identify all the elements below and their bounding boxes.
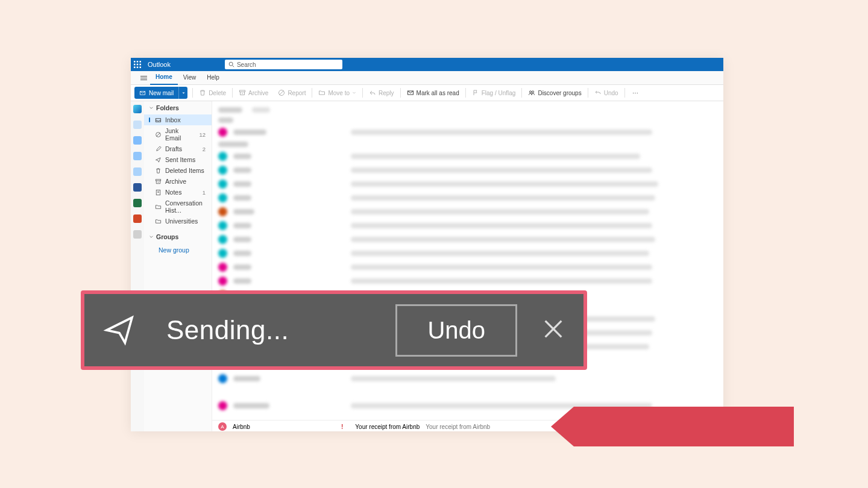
app-title: Outlook [144,61,171,68]
delete-button[interactable]: Delete [194,85,231,101]
svg-rect-0 [134,61,136,63]
close-icon[interactable] [541,317,565,343]
send-icon [102,313,136,347]
mail-rail-icon[interactable] [133,105,142,113]
menu-view[interactable]: View [178,71,202,84]
callout-arrow [574,407,794,446]
app-rail [131,101,144,431]
svg-rect-2 [140,61,142,63]
calendar-rail-icon[interactable] [133,120,142,129]
folder-icon [155,218,162,225]
mail-preview: Your receipt from Airbnb [426,424,490,430]
toolbar: New mail Delete Archive Report M [131,85,723,101]
svg-rect-8 [140,67,142,69]
sidebar-universities[interactable]: Universities [144,216,212,227]
more-button[interactable]: ⋯ [626,85,644,101]
message-list: ! A Airbnb ! Your receipt from Airbnb Yo… [212,101,723,431]
avatar: A [218,422,227,431]
trash-icon [155,167,162,174]
svg-rect-1 [137,61,139,63]
sidebar-drafts[interactable]: Drafts 2 [144,143,212,154]
toast-status: Sending... [166,315,289,345]
sidebar-archive[interactable]: Archive [144,176,212,187]
archive-icon [155,178,162,185]
svg-line-19 [157,133,160,136]
app-launcher-icon[interactable] [131,58,144,71]
svg-rect-20 [156,179,160,180]
svg-rect-11 [240,90,245,92]
people-rail-icon[interactable] [133,136,142,145]
svg-rect-5 [140,64,142,66]
sidebar-junk[interactable]: Junk Email 12 [144,125,212,143]
svg-line-13 [280,91,284,95]
sidebar-sent[interactable]: Sent Items [144,154,212,165]
menu-help[interactable]: Help [201,71,225,84]
svg-point-15 [530,91,532,93]
sender-name: Airbnb [233,424,335,430]
svg-point-9 [229,62,233,66]
title-bar: Outlook Search [131,58,723,71]
sidebar-conversation-history[interactable]: Conversation Hist... [144,198,212,216]
folders-header[interactable]: Folders [144,101,212,114]
move-to-button[interactable]: Move to [313,85,361,101]
flag-button[interactable]: Flag / Unflag [467,85,521,101]
inbox-icon [155,117,162,124]
files-rail-icon[interactable] [133,152,142,160]
word-rail-icon[interactable] [133,183,142,192]
new-mail-button[interactable]: New mail [134,87,178,99]
new-mail-dropdown[interactable] [178,87,187,99]
undo-button[interactable]: Undo [590,85,623,101]
outlook-window: Outlook Search Home View Help New mail [131,58,723,431]
svg-line-10 [233,66,234,67]
menu-bar: Home View Help [131,71,723,85]
svg-point-16 [532,91,534,93]
reply-button[interactable]: Reply [364,85,399,101]
hamburger-icon[interactable] [137,71,150,84]
excel-rail-icon[interactable] [133,199,142,207]
discover-groups-button[interactable]: Discover groups [523,85,586,101]
report-button[interactable]: Report [273,85,310,101]
junk-icon [155,131,162,138]
sidebar-inbox[interactable]: Inbox [144,114,212,125]
svg-rect-4 [137,64,139,66]
sidebar-notes[interactable]: Notes 1 [144,187,212,198]
groups-header[interactable]: Groups [144,230,212,243]
search-box[interactable]: Search [225,60,342,69]
new-mail-label: New mail [149,90,174,96]
svg-rect-6 [134,67,136,69]
new-group-link[interactable]: New group [144,243,212,257]
powerpoint-rail-icon[interactable] [133,214,142,223]
more-apps-rail-icon[interactable] [133,230,142,239]
search-placeholder: Search [237,61,256,68]
sidebar-deleted[interactable]: Deleted Items [144,165,212,176]
svg-rect-3 [134,64,136,66]
todo-rail-icon[interactable] [133,167,142,176]
drafts-icon [155,146,162,152]
svg-rect-7 [137,67,139,69]
menu-home[interactable]: Home [150,70,178,85]
folder-icon [155,204,162,210]
archive-button[interactable]: Archive [234,85,273,101]
sent-icon [155,157,162,163]
sending-toast-callout: Sending... Undo [81,290,587,370]
undo-button[interactable]: Undo [395,304,517,357]
notes-icon [155,189,162,196]
mark-all-read-button[interactable]: Mark all as read [402,85,464,101]
mail-subject: Your receipt from Airbnb [355,424,420,430]
folder-sidebar: Folders Inbox Junk Email 12 Drafts 2 [144,101,212,431]
priority-icon: ! [341,424,343,430]
